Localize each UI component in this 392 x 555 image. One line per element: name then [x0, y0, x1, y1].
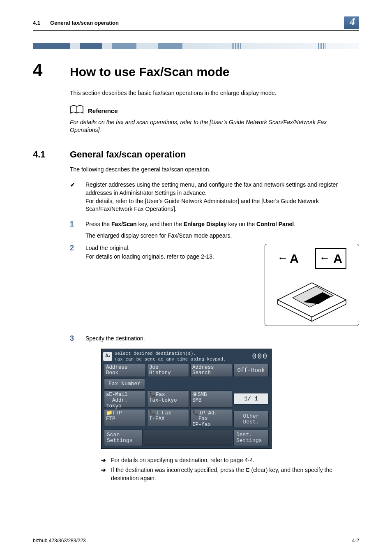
dest-settings-button[interactable]: Dest.Settings: [233, 430, 269, 446]
screen-counter: 000: [252, 351, 268, 362]
load-original-illustration: ←A ←A: [265, 244, 359, 326]
page-footer: bizhub 423/363/283/223 4-2: [33, 535, 359, 543]
page-indicator: 1/ 1: [233, 393, 269, 405]
chapter-title: How to use Fax/Scan mode: [70, 65, 229, 79]
note-specify-destination: For details on specifying a destination,…: [111, 456, 254, 465]
reference-text: For details on the fax and scan operatio…: [70, 118, 359, 134]
dest-smb[interactable]: 🖥SMBSMB: [190, 391, 232, 408]
intro-paragraph: This section describes the basic fax/sca…: [70, 89, 359, 97]
section-number: 4.1: [33, 149, 70, 160]
address-book-tab[interactable]: AddressBook: [104, 364, 146, 377]
dest-ip-fax[interactable]: 📞IP Ad. FaxIP-fax: [190, 409, 232, 426]
decorative-color-bar: [33, 43, 359, 49]
lead-paragraph: The following describes the general fax/…: [70, 166, 359, 174]
screen-message-line1: Select desired destination(s).: [115, 351, 252, 356]
section-heading: 4.1 General fax/scan operation: [33, 149, 359, 160]
orientation-a-label: A: [290, 250, 299, 268]
other-dest-button[interactable]: OtherDest.: [233, 411, 269, 428]
scan-settings-button[interactable]: ScanSettings: [104, 430, 143, 446]
reference-book-icon: [70, 105, 84, 117]
reference-label: Reference: [88, 107, 118, 114]
off-hook-button[interactable]: Off-Hook: [233, 364, 269, 377]
dest-ifax[interactable]: 📞I-FaxI-FAX: [147, 409, 189, 426]
arrow-left-icon: ←: [277, 250, 288, 266]
enlarge-display-icon: AA: [103, 352, 112, 361]
step-2-body: Load the original. For details on loadin…: [85, 244, 256, 261]
header-section-title: General fax/scan operation: [50, 20, 119, 26]
section-title: General fax/scan operation: [70, 149, 186, 160]
dest-ftp[interactable]: 📁FTPFTP: [104, 409, 146, 426]
dest-fax-tokyo[interactable]: 📞Faxfax-tokyo: [147, 391, 189, 408]
chapter-heading: 4 How to use Fax/Scan mode: [33, 60, 359, 80]
scanner-bed-icon: [269, 269, 355, 322]
fax-number-field-label[interactable]: Fax Number: [104, 379, 145, 390]
lcd-screenshot: AA Select desired destination(s). Fax ca…: [101, 349, 272, 449]
note-clear-key: If the destination was incorrectly speci…: [111, 466, 359, 482]
arrow-right-icon: ➔: [101, 466, 111, 482]
footer-model: bizhub 423/363/283/223: [33, 538, 86, 543]
page-header: 4.1 General fax/scan operation 4: [33, 16, 359, 31]
header-section-number: 4.1: [33, 20, 40, 26]
screen-message-line2: Fax can be sent at any time using keypad…: [115, 356, 252, 362]
dest-email-tokyo[interactable]: ✉E-Mail Addr.tokyo: [104, 391, 146, 408]
footer-page-number: 4-2: [352, 538, 359, 543]
job-history-tab[interactable]: JobHistory: [147, 364, 189, 377]
arrow-right-icon: ➔: [101, 456, 111, 465]
checkmark-icon: ✔: [70, 181, 85, 213]
address-search-tab[interactable]: AddressSearch: [190, 364, 232, 377]
prerequisite-text: Register addresses using the setting men…: [85, 181, 359, 213]
chapter-number: 4: [33, 60, 70, 80]
arrow-left-icon: ←: [319, 250, 330, 266]
step-1-body: Press the Fax/Scan key, and then the Enl…: [85, 220, 359, 240]
step-3-body: Specify the destination. AA Select desir…: [85, 334, 359, 484]
destination-display-area: [144, 430, 232, 446]
orientation-a-label: A: [333, 250, 342, 268]
step-2-number: 2: [70, 244, 85, 326]
header-chapter-badge: 4: [344, 16, 359, 29]
step-3-number: 3: [70, 334, 85, 484]
step-1-number: 1: [70, 220, 85, 240]
